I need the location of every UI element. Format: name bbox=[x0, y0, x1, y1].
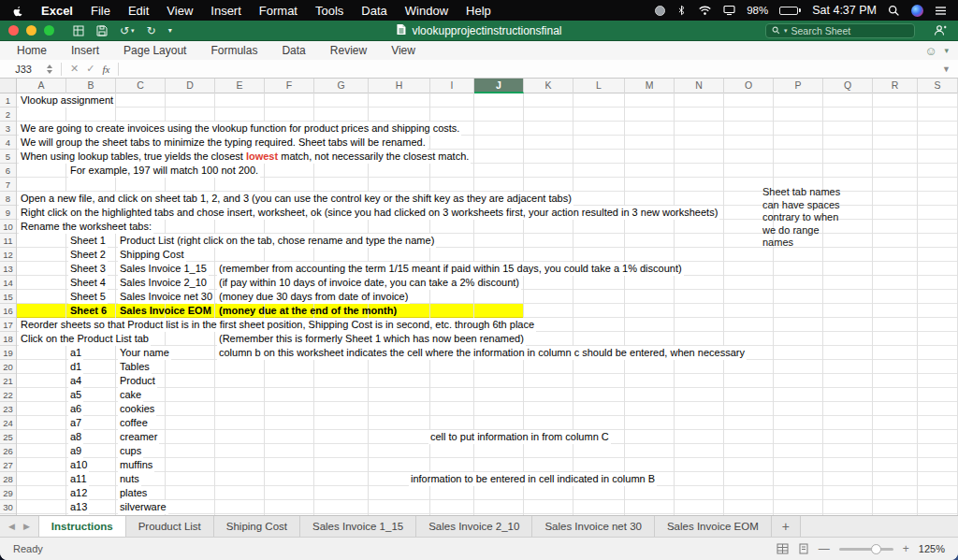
expand-formula-bar-icon[interactable]: ▼ bbox=[942, 65, 958, 74]
cell-a10[interactable]: Rename the worksheet tabs: bbox=[19, 220, 153, 234]
row-header-17[interactable]: 17 bbox=[0, 318, 16, 332]
cell-a17[interactable]: Reorder sheets so that Product list is i… bbox=[19, 318, 536, 332]
cell-b27[interactable]: a10 bbox=[68, 458, 89, 472]
cell-a18[interactable]: Click on the Product List tab bbox=[19, 332, 151, 346]
row-header-9[interactable]: 9 bbox=[0, 206, 16, 220]
siri-icon[interactable] bbox=[911, 5, 923, 17]
menu-item-window[interactable]: Window bbox=[405, 4, 448, 18]
sheet-tab-sales-invoice-2-10[interactable]: Sales Invoice 2_10 bbox=[416, 516, 532, 537]
zoom-slider[interactable] bbox=[839, 544, 893, 554]
menu-clock[interactable]: Sat 4:37 PM bbox=[812, 4, 877, 17]
spotlight-icon[interactable] bbox=[888, 5, 900, 17]
cell-c16[interactable]: Sales Invoice EOM bbox=[118, 304, 213, 318]
zoom-window-button[interactable] bbox=[44, 25, 54, 36]
column-header-p[interactable]: P bbox=[774, 79, 823, 93]
column-header-r[interactable]: R bbox=[873, 79, 918, 93]
cell-b19[interactable]: a1 bbox=[68, 346, 83, 360]
prev-sheet-icon[interactable]: ◀ bbox=[8, 522, 15, 531]
cell-c13[interactable]: Sales Invoice 1_15 bbox=[118, 262, 209, 276]
cell-c30[interactable]: silverware bbox=[118, 500, 168, 514]
ribbon-tab-data[interactable]: Data bbox=[282, 44, 305, 57]
column-header-q[interactable]: Q bbox=[823, 79, 873, 93]
cell-c27[interactable]: muffins bbox=[118, 458, 154, 472]
row-header-5[interactable]: 5 bbox=[0, 150, 16, 164]
cell-a5[interactable]: When using lookup tables, true yields th… bbox=[19, 150, 471, 164]
sheet-tab-sales-invoice-net-30[interactable]: Sales Invoice net 30 bbox=[532, 516, 655, 537]
row-header-7[interactable]: 7 bbox=[0, 178, 16, 192]
menu-item-edit[interactable]: Edit bbox=[128, 4, 149, 18]
row-header-29[interactable]: 29 bbox=[0, 486, 16, 500]
row-header-21[interactable]: 21 bbox=[0, 374, 16, 388]
cell-b30[interactable]: a13 bbox=[68, 500, 89, 514]
row-header-11[interactable]: 11 bbox=[0, 234, 16, 248]
menu-item-data[interactable]: Data bbox=[361, 4, 386, 18]
row-header-25[interactable]: 25 bbox=[0, 430, 16, 444]
column-header-i[interactable]: I bbox=[430, 79, 474, 93]
add-sheet-button[interactable]: + bbox=[772, 516, 801, 537]
column-header-o[interactable]: O bbox=[724, 79, 774, 93]
cell-b6[interactable]: For example, 197 will match 100 not 200. bbox=[68, 164, 260, 178]
cell-c24[interactable]: coffee bbox=[118, 416, 150, 430]
cell-c22[interactable]: cake bbox=[118, 388, 143, 402]
cell-a8[interactable]: Open a new file, and click on sheet tab … bbox=[19, 192, 573, 206]
column-header-a[interactable]: A bbox=[17, 79, 66, 93]
ribbon-tab-home[interactable]: Home bbox=[17, 44, 47, 57]
save-icon[interactable] bbox=[96, 25, 108, 36]
cell-a4[interactable]: We will group the sheet tabs to minimize… bbox=[19, 136, 428, 150]
cell-b26[interactable]: a9 bbox=[68, 444, 83, 458]
cell-e15[interactable]: (money due 30 days from date of invoice) bbox=[217, 290, 410, 304]
cell-e19[interactable]: column b on this worksheet indicates the… bbox=[217, 346, 747, 360]
cell-e14[interactable]: (if pay within 10 days of invoice date, … bbox=[217, 276, 521, 290]
cell-b14[interactable]: Sheet 4 bbox=[68, 276, 108, 290]
feedback-smiley-icon[interactable]: ☺ bbox=[924, 44, 936, 58]
cell-c20[interactable]: Tables bbox=[118, 360, 152, 374]
wifi-icon[interactable] bbox=[698, 5, 712, 16]
zoom-out-button[interactable]: — bbox=[819, 542, 830, 555]
cell-b23[interactable]: a6 bbox=[68, 402, 83, 416]
cell-a9[interactable]: Right click on the highlighted tabs and … bbox=[19, 206, 719, 220]
row-header-16[interactable]: 16 bbox=[0, 304, 16, 318]
row-header-20[interactable]: 20 bbox=[0, 360, 16, 374]
cell-b16[interactable]: Sheet 6 bbox=[68, 304, 109, 318]
column-header-h[interactable]: H bbox=[369, 79, 430, 93]
name-box[interactable]: J33 bbox=[0, 64, 47, 75]
menu-item-view[interactable]: View bbox=[167, 4, 193, 18]
menu-item-tools[interactable]: Tools bbox=[315, 4, 343, 18]
row-header-19[interactable]: 19 bbox=[0, 346, 16, 360]
column-header-l[interactable]: L bbox=[573, 79, 625, 93]
row-header-30[interactable]: 30 bbox=[0, 500, 16, 514]
cell-c25[interactable]: creamer bbox=[118, 430, 159, 444]
cell-note25[interactable]: cell to put information in from column C bbox=[428, 430, 611, 444]
sheet-tab-sales-invoice-1-15[interactable]: Sales Invoice 1_15 bbox=[300, 516, 416, 537]
apple-icon[interactable] bbox=[11, 5, 23, 17]
cell-b28[interactable]: a11 bbox=[68, 472, 89, 486]
column-header-s[interactable]: S bbox=[918, 79, 958, 93]
sheet-tab-shiping-cost[interactable]: Shiping Cost bbox=[214, 516, 300, 537]
sheet-tab-prouduct-list[interactable]: Prouduct List bbox=[126, 516, 214, 537]
insert-function-icon[interactable]: fx bbox=[98, 64, 113, 75]
column-header-m[interactable]: M bbox=[625, 79, 675, 93]
cell-c11[interactable]: Product List (right click on the tab, ch… bbox=[118, 234, 436, 248]
cell-b12[interactable]: Sheet 2 bbox=[68, 248, 108, 262]
normal-view-icon[interactable] bbox=[777, 543, 789, 554]
cell-b15[interactable]: Sheet 5 bbox=[68, 290, 108, 304]
cell-c21[interactable]: Product bbox=[118, 374, 157, 388]
cell-c29[interactable]: plates bbox=[118, 486, 149, 500]
cell-c12[interactable]: Shipping Cost bbox=[118, 248, 186, 262]
zoom-slider-knob[interactable] bbox=[871, 544, 881, 554]
menu-extra-icon[interactable] bbox=[655, 6, 665, 16]
menu-item-insert[interactable]: Insert bbox=[210, 4, 241, 18]
cell-a1[interactable]: Vlookup assignment bbox=[19, 93, 115, 108]
ribbon-tab-page-layout[interactable]: Page Layout bbox=[123, 44, 186, 57]
collapse-ribbon-icon[interactable]: ▾ bbox=[944, 46, 949, 55]
ribbon-tab-review[interactable]: Review bbox=[330, 44, 367, 57]
cell-e13[interactable]: (remember from accounting the term 1/15 … bbox=[217, 262, 684, 276]
row-header-27[interactable]: 27 bbox=[0, 458, 16, 472]
customize-toolbar-icon[interactable]: ▾ bbox=[168, 26, 172, 35]
zoom-level[interactable]: 125% bbox=[919, 543, 945, 554]
cell-note28[interactable]: information to be entered in cell indica… bbox=[409, 472, 657, 486]
cell-c28[interactable]: nuts bbox=[118, 472, 141, 486]
share-user-icon[interactable] bbox=[934, 24, 947, 36]
row-header-22[interactable]: 22 bbox=[0, 388, 16, 402]
cell-b29[interactable]: a12 bbox=[68, 486, 89, 500]
